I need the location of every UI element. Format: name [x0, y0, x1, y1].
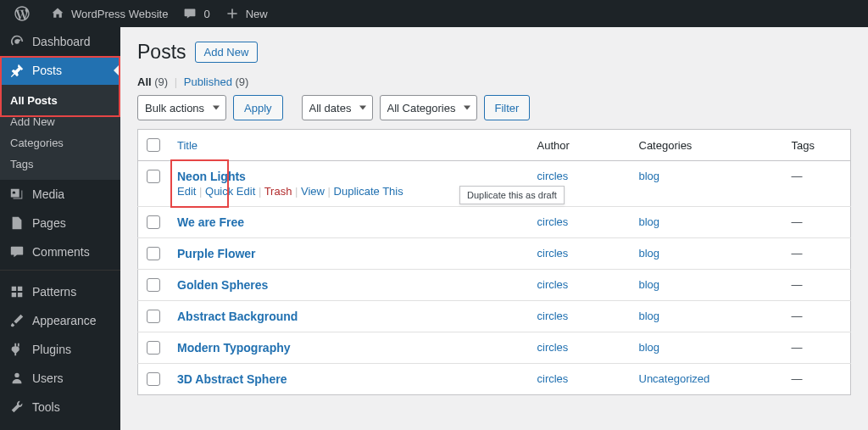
posts-submenu: All PostsAdd NewCategoriesTags	[0, 85, 120, 180]
category-link[interactable]: blog	[639, 170, 660, 182]
sidebar-item-users[interactable]: Users	[0, 364, 120, 393]
tags-cell: —	[783, 161, 851, 207]
author-link[interactable]: circles	[537, 215, 569, 228]
post-title-link[interactable]: Abstract Background	[177, 310, 298, 323]
status-filters: All (9) | Published (9)	[137, 75, 851, 88]
page-icon	[8, 215, 25, 232]
row-checkbox[interactable]	[147, 170, 160, 183]
filter-published[interactable]: Published	[184, 75, 232, 88]
row-checkbox[interactable]	[147, 341, 160, 355]
sidebar-item-dashboard[interactable]: Dashboard	[0, 27, 120, 56]
row-checkbox[interactable]	[147, 278, 160, 292]
category-link[interactable]: blog	[639, 247, 660, 260]
new-label: New	[246, 8, 268, 20]
author-link[interactable]: circles	[537, 372, 569, 385]
row-action-quick-edit[interactable]: Quick Edit	[205, 185, 255, 198]
sidebar-item-appearance[interactable]: Appearance	[0, 306, 120, 335]
row-action-edit[interactable]: Edit	[177, 185, 196, 198]
content-area: Posts Add New All (9) | Published (9) Bu…	[120, 27, 868, 412]
row-action-trash[interactable]: Trash	[264, 185, 292, 198]
posts-table: Title Author Categories Tags Neon Lights…	[137, 129, 851, 395]
tooltip-duplicate: Duplicate this as draft	[459, 186, 565, 204]
site-name-link[interactable]: WordPress Website	[42, 0, 175, 27]
tablenav-top: Bulk actions Apply All dates All Categor…	[137, 95, 851, 120]
tags-cell: —	[783, 364, 851, 395]
media-icon	[8, 186, 25, 203]
category-filter-select[interactable]: All Categories	[380, 95, 477, 120]
comment-icon	[8, 243, 25, 260]
post-title-link[interactable]: Golden Spheres	[177, 278, 268, 292]
category-link[interactable]: blog	[639, 341, 660, 354]
add-new-button[interactable]: Add New	[195, 42, 259, 63]
category-link[interactable]: blog	[639, 310, 660, 322]
comment-count: 0	[203, 8, 209, 20]
table-row: We are Freecirclesblog—	[138, 207, 851, 238]
filter-all[interactable]: All	[137, 75, 152, 88]
admin-sidebar: DashboardPostsAll PostsAdd NewCategories…	[0, 27, 120, 430]
apply-button[interactable]: Apply	[233, 95, 283, 120]
sidebar-item-media[interactable]: Media	[0, 180, 120, 209]
post-title-link[interactable]: Neon Lights	[177, 170, 246, 183]
table-row: Abstract Backgroundcirclesblog—	[138, 301, 851, 332]
page-title: Posts	[137, 41, 186, 64]
admin-bar: WordPress Website 0 New	[0, 0, 868, 27]
table-row: Modern Typographycirclesblog—	[138, 332, 851, 364]
bulk-actions-select[interactable]: Bulk actions	[137, 95, 226, 120]
post-title-link[interactable]: 3D Abstract Sphere	[177, 372, 287, 386]
tags-cell: —	[783, 207, 851, 238]
sidebar-item-patterns[interactable]: Patterns	[0, 277, 120, 306]
submenu-categories[interactable]: Categories	[0, 132, 120, 154]
row-action-view[interactable]: View	[301, 185, 325, 198]
category-link[interactable]: blog	[639, 278, 660, 291]
col-tags: Tags	[783, 130, 851, 161]
post-title-link[interactable]: Purple Flower	[177, 247, 256, 260]
user-icon	[8, 370, 25, 387]
tags-cell: —	[783, 301, 851, 332]
author-link[interactable]: circles	[537, 170, 569, 182]
pin-icon	[8, 62, 25, 79]
row-checkbox[interactable]	[147, 247, 160, 260]
comments-link[interactable]: 0	[175, 0, 216, 27]
plus-icon	[224, 5, 241, 22]
sidebar-item-comments[interactable]: Comments	[0, 237, 120, 266]
sidebar-item-pages[interactable]: Pages	[0, 209, 120, 237]
category-link[interactable]: blog	[639, 215, 660, 228]
author-link[interactable]: circles	[537, 310, 569, 322]
col-categories: Categories	[631, 130, 783, 161]
table-row: 3D Abstract SpherecirclesUncategorized—	[138, 364, 851, 395]
row-checkbox[interactable]	[147, 372, 160, 386]
table-row: Golden Spherescirclesblog—	[138, 270, 851, 301]
author-link[interactable]: circles	[537, 341, 569, 354]
author-link[interactable]: circles	[537, 278, 569, 291]
row-checkbox[interactable]	[147, 215, 160, 229]
category-link[interactable]: Uncategorized	[639, 372, 710, 385]
author-link[interactable]: circles	[537, 247, 569, 260]
wp-logo[interactable]	[7, 0, 42, 27]
date-filter-select[interactable]: All dates	[302, 95, 373, 120]
submenu-add-new[interactable]: Add New	[0, 111, 120, 132]
wordpress-icon	[14, 5, 31, 22]
sidebar-item-tools[interactable]: Tools	[0, 393, 120, 422]
plug-icon	[8, 341, 25, 358]
new-content-link[interactable]: New	[217, 0, 275, 27]
submenu-all-posts[interactable]: All Posts	[0, 90, 120, 111]
sidebar-item-settings[interactable]: Settings	[0, 422, 120, 430]
col-title[interactable]: Title	[177, 139, 198, 152]
tags-cell: —	[783, 238, 851, 270]
patterns-icon	[8, 283, 25, 300]
filter-button[interactable]: Filter	[484, 95, 531, 120]
submenu-tags[interactable]: Tags	[0, 154, 120, 175]
select-all-checkbox[interactable]	[147, 138, 160, 152]
post-title-link[interactable]: We are Free	[177, 215, 244, 229]
comment-icon	[181, 5, 198, 22]
sidebar-item-plugins[interactable]: Plugins	[0, 335, 120, 364]
wrench-icon	[8, 399, 25, 416]
sidebar-item-posts[interactable]: Posts	[0, 56, 120, 85]
tags-cell: —	[783, 332, 851, 364]
row-checkbox[interactable]	[147, 310, 160, 323]
post-title-link[interactable]: Modern Typography	[177, 341, 291, 355]
row-action-duplicate-this[interactable]: Duplicate This	[334, 185, 403, 198]
highlight-box-row	[170, 159, 229, 208]
table-row: Purple Flowercirclesblog—	[138, 238, 851, 270]
brush-icon	[8, 312, 25, 329]
